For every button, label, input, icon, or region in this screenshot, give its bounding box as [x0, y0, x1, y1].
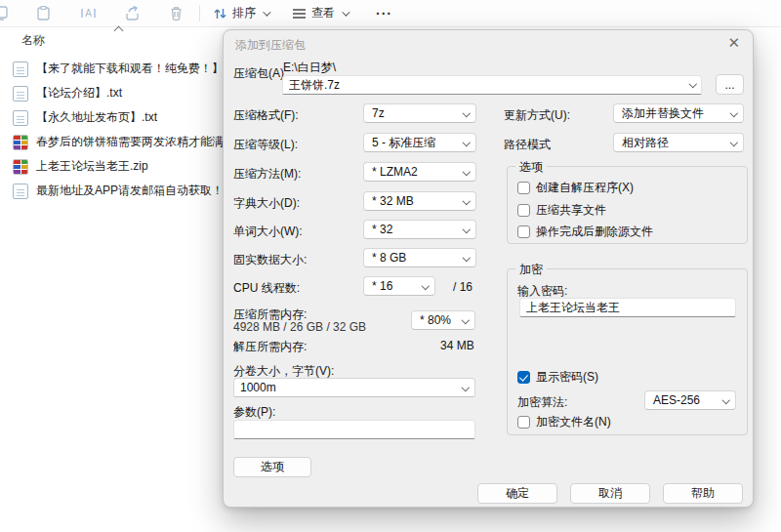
checkbox-icon: [517, 225, 530, 238]
memory-usage-select[interactable]: * 80%: [411, 310, 475, 330]
word-size-value: * 32: [372, 223, 392, 236]
method-select[interactable]: * LZMA2: [363, 162, 476, 182]
path-mode-select[interactable]: 相对路径: [613, 133, 744, 152]
create-sfx-label: 创建自解压程序(X): [536, 180, 634, 196]
chevron-down-icon: [729, 139, 737, 146]
file-row[interactable]: 上老王论坛当老王.zip: [0, 154, 226, 179]
solid-block-select[interactable]: * 8 GB: [363, 248, 476, 267]
archive-name-dropdown[interactable]: [282, 75, 702, 95]
chevron-down-icon: [263, 8, 270, 16]
show-password-checkbox[interactable]: 显示密码(S): [517, 369, 598, 386]
archive-dir-path: E:\白日梦\: [283, 60, 336, 76]
view-label: 查看: [311, 5, 335, 21]
file-list: 【来了就能下载和观看！纯免费！】.txt 【论坛介绍】.txt 【永久地址发布页…: [0, 57, 226, 203]
checkbox-icon: [517, 204, 530, 217]
level-select[interactable]: 5 - 标准压缩: [363, 133, 476, 152]
file-name: 【永久地址发布页】.txt: [36, 109, 157, 126]
chevron-down-icon: [342, 8, 349, 16]
delete-icon[interactable]: [168, 5, 185, 21]
delete-after-checkbox[interactable]: 操作完成后删除源文件: [517, 224, 653, 240]
format-label: 压缩格式(F):: [233, 107, 299, 124]
memory-decompress-label: 解压所需内存:: [233, 339, 307, 355]
format-select[interactable]: 7z: [363, 103, 476, 123]
options-button[interactable]: 选项: [233, 457, 311, 477]
encryption-method-select[interactable]: AES-256: [644, 390, 736, 410]
compress-shared-checkbox[interactable]: 压缩共享文件: [517, 202, 606, 219]
show-password-label: 显示密码(S): [536, 369, 598, 386]
chevron-down-icon: [462, 225, 470, 233]
cpu-threads-value: * 16: [372, 279, 392, 293]
chevron-down-icon: [688, 80, 696, 88]
memory-compress-detail: 4928 MB / 26 GB / 32 GB: [233, 320, 366, 334]
password-input[interactable]: [519, 298, 736, 317]
add-to-archive-dialog: 添加到压缩包 ✕ 压缩包(A) E:\白日梦\ ... 压缩格式(F): 7z …: [223, 29, 754, 508]
chevron-down-icon: [721, 396, 729, 404]
parameters-label: 参数(P):: [233, 404, 275, 421]
memory-usage-value: * 80%: [420, 313, 451, 327]
delete-after-label: 操作完成后删除源文件: [536, 224, 653, 240]
share-icon[interactable]: [124, 5, 141, 21]
toolbar-divider: [199, 5, 200, 21]
chevron-down-icon: [421, 282, 429, 290]
level-value: 5 - 标准压缩: [372, 135, 435, 151]
file-row[interactable]: 【来了就能下载和观看！纯免费！】.txt: [0, 57, 226, 81]
update-mode-value: 添加并替换文件: [622, 105, 704, 122]
view-button[interactable]: 查看: [292, 5, 348, 21]
split-volume-input[interactable]: [233, 378, 475, 397]
text-file-icon: [13, 86, 28, 102]
archive-label: 压缩包(A): [233, 65, 284, 82]
chevron-down-icon: [462, 139, 470, 146]
file-row[interactable]: 最新地址及APP请发邮箱自动获取！！！….: [0, 179, 226, 203]
method-value: * LZMA2: [372, 165, 418, 179]
sort-button[interactable]: 排序: [213, 5, 268, 21]
encrypt-filenames-checkbox[interactable]: 加密文件名(N): [517, 414, 611, 430]
file-row[interactable]: 春梦后的饼饼猫需要两发浓精才能满足.7z: [0, 130, 226, 154]
help-button[interactable]: 帮助: [663, 483, 743, 504]
parameters-input[interactable]: [233, 420, 475, 439]
dictionary-value: * 32 MB: [372, 194, 414, 208]
sort-ascending-icon: [114, 26, 124, 36]
file-name: 上老王论坛当老王.zip: [36, 158, 148, 175]
svg-text:A: A: [85, 8, 92, 19]
encryption-group: 加密 输入密码: 显示密码(S) 加密算法: AES-256 加密文件名(N): [507, 268, 748, 435]
cancel-button[interactable]: 取消: [570, 483, 650, 504]
chevron-down-icon: [462, 254, 470, 262]
word-size-select[interactable]: * 32: [363, 220, 476, 239]
file-name: 春梦后的饼饼猫需要两发浓精才能满足.7z: [36, 134, 226, 150]
solid-block-label: 固实数据大小:: [233, 252, 307, 268]
paste-icon[interactable]: [35, 5, 52, 21]
dictionary-label: 字典大小(D):: [233, 195, 300, 212]
level-label: 压缩等级(L):: [233, 137, 298, 153]
options-group-title: 选项: [515, 159, 547, 176]
chevron-down-icon: [462, 109, 470, 117]
rename-icon[interactable]: A: [80, 5, 97, 21]
path-mode-label: 路径模式: [504, 137, 551, 153]
view-lines-icon: [292, 8, 307, 20]
sort-label: 排序: [232, 5, 256, 21]
cpu-threads-select[interactable]: * 16: [363, 276, 435, 296]
ok-button[interactable]: 确定: [477, 483, 557, 504]
file-name: 【来了就能下载和观看！纯免费！】.txt: [36, 61, 226, 77]
more-options-button[interactable]: ···: [376, 6, 392, 21]
chevron-down-icon: [462, 168, 470, 176]
file-row[interactable]: 【论坛介绍】.txt: [0, 81, 226, 105]
file-name: 最新地址及APP请发邮箱自动获取！！！….: [36, 183, 226, 199]
file-row[interactable]: 【永久地址发布页】.txt: [0, 105, 226, 130]
name-column-header[interactable]: 名称: [21, 32, 45, 49]
close-icon[interactable]: ✕: [727, 34, 740, 52]
format-value: 7z: [372, 106, 385, 120]
archive-file-icon: [13, 159, 28, 175]
cpu-threads-label: CPU 线程数:: [233, 280, 300, 297]
checkbox-icon: [517, 182, 530, 194]
checkbox-checked-icon: [517, 371, 530, 384]
explorer-toolbar: A 排序 查看 ···: [0, 0, 781, 27]
update-mode-select[interactable]: 添加并替换文件: [613, 103, 744, 123]
dictionary-select[interactable]: * 32 MB: [363, 191, 476, 211]
encryption-group-title: 加密: [515, 262, 547, 278]
create-sfx-checkbox[interactable]: 创建自解压程序(X): [517, 180, 634, 196]
text-file-icon: [13, 61, 28, 77]
path-mode-value: 相对路径: [622, 135, 669, 151]
method-label: 压缩方法(M):: [233, 166, 301, 183]
copy-icon[interactable]: [0, 5, 10, 21]
browse-button[interactable]: ...: [716, 74, 744, 95]
